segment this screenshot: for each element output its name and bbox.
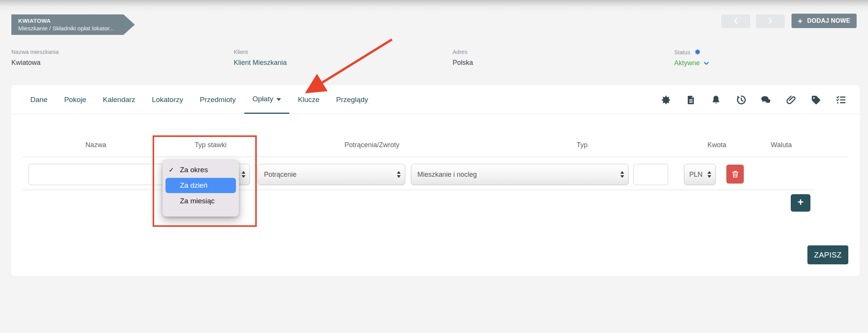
caret-down-icon — [276, 98, 281, 101]
option-label: Za miesiąc — [180, 197, 215, 205]
column-header-kwota: Kwota — [707, 141, 726, 149]
chevron-left-icon — [734, 17, 738, 25]
next-record-button[interactable] — [756, 14, 785, 28]
bell-icon[interactable] — [711, 95, 721, 105]
chevron-right-icon — [768, 17, 773, 25]
tab-klucze[interactable]: Klucze — [289, 85, 328, 114]
add-new-button[interactable]: + DODAJ NOWE — [792, 14, 857, 28]
top-shadow — [0, 0, 868, 12]
prev-record-button[interactable] — [721, 14, 750, 28]
tab-label: Przedmioty — [200, 96, 236, 104]
add-new-label: DODAJ NOWE — [807, 17, 850, 24]
tab-label: Pokoje — [64, 96, 86, 104]
column-header-nazwa: Nazwa — [85, 141, 106, 149]
tab-pokoje[interactable]: Pokoje — [56, 85, 94, 114]
plus-icon: + — [798, 197, 804, 207]
breadcrumb-path: Mieszkanie / Składniki opłat lokator... — [18, 25, 120, 32]
paperclip-icon[interactable] — [786, 95, 796, 105]
status-dropdown[interactable]: Aktywne — [674, 59, 709, 67]
tab-przeglady[interactable]: Przeglądy — [328, 85, 376, 114]
toolbar-icons — [661, 85, 846, 114]
breadcrumb: KWIATOWA Mieszkanie / Składniki opłat lo… — [11, 14, 135, 35]
status-gear-icon[interactable] — [694, 49, 701, 55]
trash-icon — [731, 170, 740, 179]
plus-icon: + — [798, 17, 803, 25]
status-value: Aktywne — [674, 59, 700, 67]
waluta-select[interactable]: PLN — [684, 164, 716, 185]
check-icon: ✓ — [169, 166, 180, 174]
tab-label: Opłaty — [253, 95, 273, 103]
tab-label: Kalendarz — [103, 96, 136, 104]
save-button[interactable]: ZAPISZ — [807, 245, 848, 264]
tab-dane[interactable]: Dane — [22, 85, 56, 114]
row-divider — [23, 190, 814, 190]
header-divider — [23, 157, 848, 157]
field-label: Klient — [234, 49, 287, 55]
field-status: Status Aktywne — [674, 49, 709, 67]
select-stepper-icon — [242, 171, 245, 178]
chevron-down-icon — [704, 61, 709, 65]
tab-label: Przeglądy — [336, 96, 368, 104]
column-header-typ-stawki: Typ stawki — [195, 141, 226, 149]
tab-label: Dane — [30, 96, 47, 104]
dropdown-option-za-miesiac[interactable]: Za miesiąc — [162, 193, 239, 209]
field-label: Status — [674, 49, 690, 55]
field-value: Polska — [453, 59, 473, 67]
select-stepper-icon — [397, 171, 401, 178]
checklist-icon[interactable] — [836, 95, 846, 105]
select-stepper-icon — [620, 171, 624, 178]
column-header-waluta: Waluta — [771, 141, 792, 149]
tab-label: Lokatorzy — [152, 96, 183, 104]
typ-stawki-dropdown-menu: ✓ Za okres Za dzień Za miesiąc — [162, 160, 239, 217]
app-window: KWIATOWA Mieszkanie / Składniki opłat lo… — [0, 0, 868, 333]
tab-przedmioty[interactable]: Przedmioty — [191, 85, 244, 114]
select-value: Potrącenie — [264, 171, 297, 179]
gear-icon[interactable] — [661, 95, 671, 105]
tag-icon[interactable] — [811, 95, 821, 105]
tab-bar: Dane Pokoje Kalendarz Lokatorzy Przedmio… — [11, 85, 860, 114]
add-row-button[interactable]: + — [791, 194, 810, 212]
option-label: Za dzień — [180, 181, 208, 190]
field-label: Adres — [453, 49, 473, 55]
nazwa-input[interactable] — [28, 164, 163, 185]
potracenia-zwroty-select[interactable]: Potrącenie — [258, 164, 405, 185]
column-header-potracenia: Potrącenia/Zwroty — [344, 141, 399, 149]
comments-icon[interactable] — [761, 95, 771, 105]
tab-oplaty[interactable]: Opłaty — [244, 85, 290, 114]
delete-row-button[interactable] — [726, 165, 744, 184]
history-icon[interactable] — [736, 95, 746, 105]
field-nazwa-mieszkania: Nazwa mieszkania Kwiatowa — [11, 49, 59, 67]
typ-select[interactable]: Mieszkanie i nocleg — [411, 164, 629, 185]
dropdown-option-za-dzien[interactable]: Za dzień — [165, 178, 236, 193]
dropdown-option-za-okres[interactable]: ✓ Za okres — [162, 162, 239, 177]
field-klient: Klient Klient Mieszkania — [234, 49, 287, 67]
select-stepper-icon — [707, 171, 711, 178]
klient-link[interactable]: Klient Mieszkania — [234, 59, 287, 67]
select-value: Mieszkanie i nocleg — [417, 171, 477, 179]
breadcrumb-title: KWIATOWA — [18, 17, 120, 24]
field-label: Nazwa mieszkania — [11, 49, 59, 55]
tab-label: Klucze — [298, 96, 319, 104]
document-icon[interactable] — [686, 95, 696, 105]
tab-lokatorzy[interactable]: Lokatorzy — [144, 85, 191, 114]
select-value: PLN — [689, 171, 703, 179]
kwota-input[interactable] — [633, 164, 668, 185]
field-adres: Adres Polska — [453, 49, 473, 67]
column-header-typ: Typ — [576, 141, 587, 149]
option-label: Za okres — [180, 166, 208, 174]
field-value: Kwiatowa — [11, 59, 59, 67]
tab-kalendarz[interactable]: Kalendarz — [95, 85, 144, 114]
